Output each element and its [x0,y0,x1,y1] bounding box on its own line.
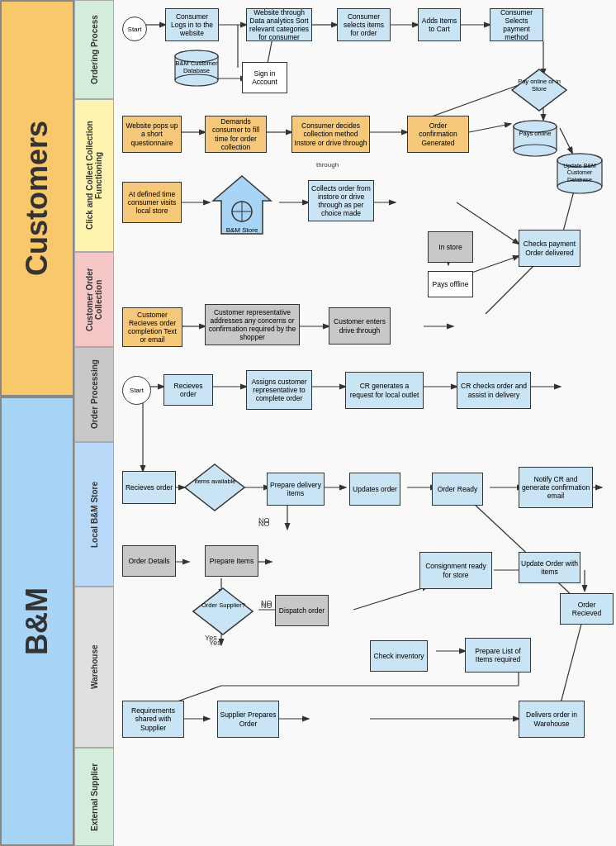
sub-warehouse: Warehouse [74,587,114,748]
check-inventory-box: Check inventory [370,640,428,672]
local-recieves-box: Recieves order [122,471,176,504]
sub-ordering: Ordering Process [74,0,114,99]
updates-order-box: Updates order [349,473,400,506]
left-sidebar: Customers B&M [0,0,74,846]
dispatch-order-box: Dispatch order [275,595,329,626]
consumer-selects-box: Consumer selects items for order [337,8,391,41]
svg-marker-86 [185,464,244,511]
bm-store-house: B&M Store [209,172,275,238]
requirements-shared-box: Requirements shared with Supplier [122,701,184,738]
consumer-payment-box: Consumer Selects payment method [490,8,543,41]
delivers-order-box: Delivers order in Warehouse [519,701,585,738]
sub-customer-order: Customer Order Collection [74,252,114,347]
svg-marker-87 [193,588,253,634]
sign-in-box: Sign in Account [242,62,287,93]
pays-offline-box: Pays offline [428,271,473,297]
customer-enters-drive-box: Customer enters drive through [329,307,391,345]
in-store-box: In store [428,231,473,263]
items-available-diamond: Items available [184,463,246,512]
assigns-cr-box: Assigns customer representative to compl… [246,370,312,410]
bm-label: B&M [0,397,74,846]
svg-line-50 [461,492,585,607]
consumer-decides-box: Consumer decides collection method Insto… [291,116,370,153]
svg-point-67 [175,74,218,86]
order-details-box: Order Details [122,545,176,577]
defined-time-box: At defined time consumer visits local st… [122,182,182,223]
cr-addresses-box: Customer representative addresses any co… [205,304,300,345]
pay-online-instore-diamond: Pay online or in Store [510,68,568,113]
bm-db-cylinder: B&M Customer Database [173,50,220,87]
sub-click-collect: Click and Collect Collection Functioning [74,99,114,252]
checks-payment-box: Checks payment Order delivered [519,230,580,267]
consumer-logs-box: Consumer Logs in to the website [165,8,219,41]
sub-sections: Ordering Process Click and Collect Colle… [74,0,114,846]
through-label: through [316,161,339,169]
svg-line-16 [560,128,572,153]
supplier-prepares-box: Supplier Prepares Order [217,701,279,738]
svg-point-74 [514,145,557,156]
order-ready-box: Order Ready [432,473,483,506]
sub-order-processing: Order Processing [74,347,114,442]
main-container: Customers B&M Ordering Process Click and… [0,0,616,846]
yes-label: Yes [209,639,221,647]
order-confirmation-box: Order confirmation Generated [407,116,469,153]
demands-consumer-box: Demands consumer to fill time for order … [205,116,267,153]
svg-line-58 [560,611,585,706]
update-order-items-box: Update Order with items [519,552,580,583]
cr-checks-box: CR checks order and assist in delivery [457,372,531,409]
sub-local-bm: Local B&M Store [74,442,114,587]
adds-cart-box: Adds Items to Cart [418,8,461,41]
no-label-dispatch: NO [261,601,272,610]
collects-order-box: Collects order from instore or drive thr… [308,180,374,221]
consignment-ready-box: Consignment ready for store [419,552,492,589]
prepare-list-box: Prepare List of Items required [465,638,531,673]
svg-line-47 [353,587,428,610]
customers-label: Customers [0,0,74,397]
website-pops-box: Website pops up a short questionnaire [122,116,182,153]
order-supplier-diamond: Order Supplier? [192,587,254,636]
customer-receives-box: Customer Recieves order completion Text … [122,307,182,347]
start-circle-2: Start [122,376,151,405]
notify-cr-box: Notify CR and generate confirmation emai… [519,467,593,508]
svg-line-15 [469,124,510,132]
prepare-delivery-box: Prepare delivery items [267,473,325,506]
no-label-items: NO [258,516,270,525]
cr-generates-box: CR generates a request for local outlet [345,372,424,409]
flow-area: NO NO Yes [114,0,616,846]
prepare-items-box: Prepare Items [205,545,258,577]
order-recieved-box: Order Recieved [560,593,614,625]
pays-online-cylinder: Pays online [512,120,558,157]
sub-ext-supplier: External Supplier [74,748,114,846]
recieves-order-op-box: Recieves order [163,374,213,406]
website-data-box: Website through Data analytics Sort rele… [246,8,312,41]
start-circle-1: Start [122,17,147,41]
update-bm-db-cylinder: Update B&M Customer Database [556,153,604,201]
